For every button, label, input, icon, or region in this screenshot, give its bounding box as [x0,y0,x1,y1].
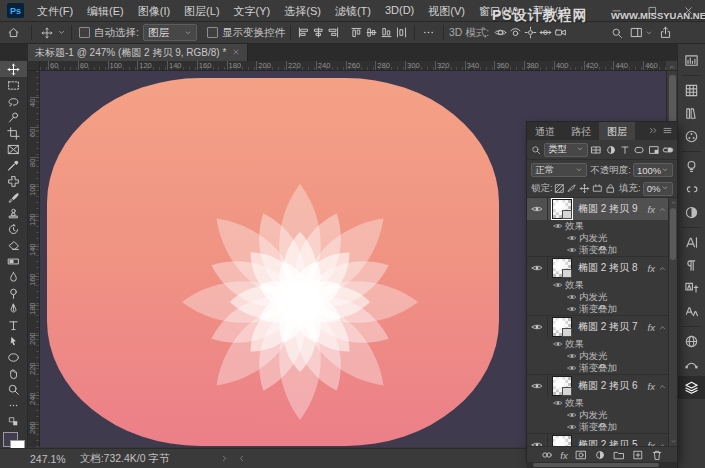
swap-colors-icon[interactable] [0,413,27,429]
home-button[interactable] [0,26,26,39]
scrollbar-up-icon[interactable] [669,198,678,207]
3d-slide-button[interactable] [538,26,553,39]
filter-kind-dropdown[interactable]: 类型 [544,143,588,157]
effect-row[interactable]: 内发光 [527,291,677,303]
layer-list-scrollbar[interactable] [668,198,677,446]
layer-name[interactable]: 椭圆 2 拷贝 9 [578,202,648,216]
character-panel-icon[interactable] [678,231,705,254]
menu-item-1[interactable]: 编辑(E) [80,0,131,21]
effects-visibility-icon[interactable] [551,398,565,408]
layer-name[interactable]: 椭圆 2 拷贝 6 [578,379,648,393]
adjustments-panel-icon[interactable] [678,201,705,224]
move-tool[interactable] [0,61,27,77]
scroll-left-arrow-icon[interactable] [237,454,246,463]
libraries-panel-icon[interactable] [678,102,705,125]
layer-name[interactable]: 椭圆 2 拷贝 5 [578,438,648,446]
new-group-button[interactable] [613,449,625,461]
horizontal-scrollbar[interactable] [527,462,677,468]
effects-header-row[interactable]: 效果 [527,220,677,232]
distribute-button[interactable] [394,26,409,39]
layer-name[interactable]: 椭圆 2 拷贝 8 [578,261,648,275]
type-tool[interactable] [0,317,27,333]
menu-item-4[interactable]: 文字(Y) [227,0,278,21]
filter-shape-layers-icon[interactable] [633,144,645,156]
layer-fx-badge[interactable]: fx [648,263,655,274]
bulb-panel-icon[interactable] [678,155,705,178]
menu-item-5[interactable]: 选择(S) [277,0,328,21]
layer-name[interactable]: 椭圆 2 拷贝 7 [578,320,648,334]
pathselect-tool[interactable] [0,333,27,349]
charstyles-panel-icon[interactable] [678,300,705,323]
effect-visibility-icon[interactable] [565,422,579,432]
align-center-button[interactable] [311,26,326,39]
layer-fx-badge[interactable]: fx [648,381,655,392]
layer-thumbnail[interactable] [552,199,572,219]
lock-all-icon[interactable] [604,183,617,194]
effect-visibility-icon[interactable] [565,292,579,302]
effects-header-row[interactable]: 效果 [527,397,677,409]
effect-visibility-icon[interactable] [565,351,579,361]
panel-menu-icon[interactable] [662,125,673,138]
effect-row[interactable]: 渐变叠加 [527,421,677,433]
filter-adjustment-layers-icon[interactable] [605,144,617,156]
panel-tab-2[interactable]: 图层 [599,122,635,140]
align-bottom-button[interactable] [379,26,394,39]
eyedropper-tool[interactable] [0,157,27,173]
panel-tab-1[interactable]: 路径 [563,122,599,140]
chevron-down-icon[interactable] [645,29,653,37]
marquee-tool[interactable] [0,77,27,93]
effects-visibility-icon[interactable] [551,221,565,231]
menu-item-2[interactable]: 图像(I) [131,0,177,21]
layer-row[interactable]: 椭圆 2 拷贝 5fx [527,434,677,446]
menu-item-6[interactable]: 滤镜(T) [328,0,378,21]
menu-item-0[interactable]: 文件(F) [30,0,80,21]
pathsanchor-panel-icon[interactable] [678,353,705,376]
brush-tool[interactable] [0,189,27,205]
effect-row[interactable]: 渐变叠加 [527,362,677,374]
collapse-panel-icon[interactable] [648,125,659,138]
dodge-tool[interactable] [0,285,27,301]
align-top-button[interactable] [349,26,364,39]
effects-header-row[interactable]: 效果 [527,279,677,291]
cclibraries-panel-icon[interactable] [678,178,705,201]
document-close-icon[interactable] [232,47,240,58]
layer-thumbnail[interactable] [552,258,572,278]
effects-visibility-icon[interactable] [551,339,565,349]
filter-pixel-layers-icon[interactable] [590,144,602,156]
effect-visibility-icon[interactable] [565,304,579,314]
layer-list-scroll-thumb[interactable] [670,208,676,260]
layers-panel-icon[interactable] [678,376,705,399]
document-tab[interactable]: 未标题-1 @ 247% (椭圆 2 拷贝 9, RGB/8) * [28,44,248,61]
collapse-effects-icon[interactable] [658,264,667,273]
more-options-button[interactable] [420,26,438,39]
add-layer-mask-button[interactable] [575,449,587,461]
zoom-tool[interactable] [0,381,27,397]
effects-header-row[interactable]: 效果 [527,338,677,350]
layer-visibility-icon[interactable] [527,198,548,220]
scrollbar-down-icon[interactable] [669,437,678,446]
show-transform-checkbox[interactable] [207,27,218,38]
lasso-tool[interactable] [0,93,27,109]
collapse-effects-icon[interactable] [658,205,667,214]
colorwheel-panel-icon[interactable] [678,125,705,148]
filter-type-layers-icon[interactable] [619,144,631,156]
effect-row[interactable]: 内发光 [527,232,677,244]
layer-thumbnail[interactable] [552,317,572,337]
paragraph-panel-icon[interactable] [678,254,705,277]
layer-thumbnail[interactable] [552,435,572,446]
quickselect-tool[interactable] [0,109,27,125]
layer-visibility-icon[interactable] [527,316,548,338]
effect-visibility-icon[interactable] [565,410,579,420]
3d-dolly-button[interactable] [553,26,568,39]
hand-tool[interactable] [0,365,27,381]
edit-toolbar-button[interactable] [0,397,27,413]
fill-dropdown[interactable]: 0% [643,182,673,196]
effects-visibility-icon[interactable] [551,280,565,290]
gradient-tool[interactable] [0,253,27,269]
auto-select-dropdown[interactable]: 图层 [143,24,197,41]
3d-pan-button[interactable] [523,26,538,39]
effect-visibility-icon[interactable] [565,363,579,373]
webglobe-panel-icon[interactable] [678,330,705,353]
filter-smart-object-icon[interactable] [647,144,659,156]
scroll-up-arrow[interactable] [666,61,677,71]
